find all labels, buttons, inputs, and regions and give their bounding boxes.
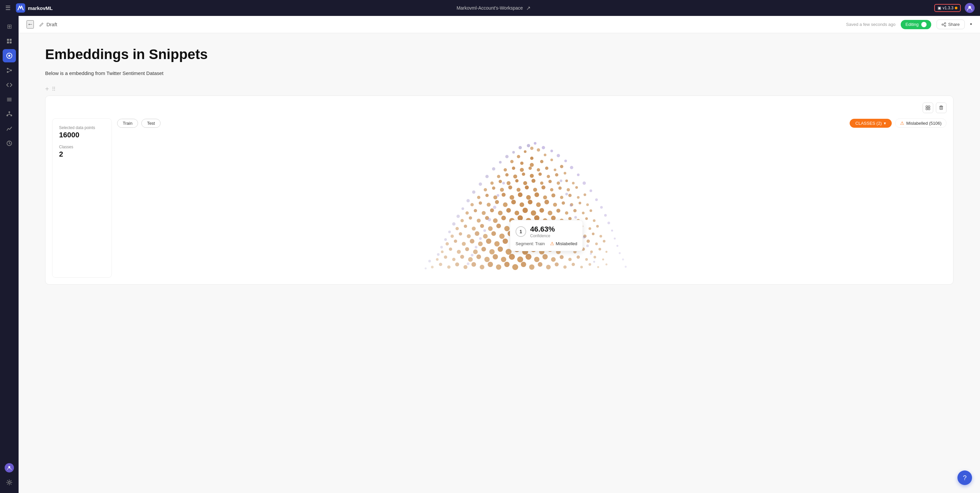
data-points-value: 16000	[59, 131, 105, 139]
editing-toggle[interactable]: Editing	[901, 20, 931, 29]
svg-point-25	[8, 466, 10, 468]
version-badge[interactable]: ▣ v1.3.3	[934, 4, 961, 12]
svg-point-127	[531, 210, 536, 216]
svg-point-67	[490, 181, 494, 185]
svg-point-306	[619, 252, 621, 254]
content-area: ← Draft Saved a few seconds ago Editing	[19, 16, 980, 493]
sidebar-item-active[interactable]	[3, 49, 16, 62]
sidebar-item-user[interactable]	[3, 461, 16, 474]
svg-point-253	[447, 266, 450, 269]
svg-point-216	[498, 247, 503, 252]
svg-point-109	[511, 200, 516, 204]
delete-button[interactable]	[936, 102, 947, 113]
visualization-area: Train Test CLASSES (2) ▾ ⚠ Mislabelled (…	[117, 118, 947, 278]
svg-point-97	[535, 192, 539, 197]
svg-line-31	[943, 25, 945, 25]
back-button[interactable]: ←	[27, 20, 34, 29]
share-icon	[942, 22, 946, 27]
svg-point-294	[600, 206, 603, 209]
svg-point-26	[8, 481, 10, 483]
svg-point-245	[560, 255, 564, 259]
svg-point-227	[590, 250, 593, 253]
test-filter-button[interactable]: Test	[141, 119, 161, 128]
svg-rect-2	[7, 39, 9, 41]
user-avatar[interactable]	[965, 3, 975, 13]
share-button[interactable]: Share	[937, 19, 965, 29]
menu-icon[interactable]: ☰	[5, 4, 11, 12]
data-point-tooltip: 1 46.63% Confidence Segment: Train	[510, 220, 583, 251]
sidebar-item-history[interactable]	[3, 137, 16, 150]
svg-rect-32	[926, 106, 928, 108]
svg-point-82	[517, 188, 520, 192]
workspace-share-icon[interactable]: ↗	[526, 5, 530, 11]
svg-point-88	[566, 188, 570, 191]
app-body: ⊞	[0, 16, 980, 493]
more-options-button[interactable]: •	[970, 21, 972, 28]
sidebar-item-flow[interactable]	[3, 64, 16, 77]
svg-point-17	[6, 115, 8, 116]
svg-point-115	[562, 201, 565, 205]
embedding-layout: Selected data points 16000 Classes 2 Tra…	[52, 118, 947, 278]
sidebar-item-code[interactable]	[3, 78, 16, 92]
support-button[interactable]: ?	[958, 471, 972, 485]
svg-point-296	[604, 214, 607, 217]
svg-point-128	[539, 208, 544, 213]
svg-point-74	[548, 180, 552, 183]
svg-point-93	[502, 193, 506, 197]
train-filter-button[interactable]: Train	[117, 119, 138, 128]
svg-point-321	[471, 254, 473, 256]
svg-point-194	[486, 239, 491, 244]
svg-point-63	[538, 173, 542, 176]
svg-point-313	[488, 218, 491, 221]
svg-point-52	[520, 168, 524, 172]
scatter-plot[interactable]: 1 46.63% Confidence Segment: Train	[117, 132, 947, 278]
svg-point-191	[462, 242, 466, 246]
svg-point-139	[493, 218, 498, 223]
svg-point-132	[573, 209, 577, 212]
svg-rect-3	[10, 39, 12, 41]
svg-point-272	[605, 263, 608, 266]
add-block-icon[interactable]: +	[45, 85, 49, 93]
svg-point-101	[568, 194, 572, 197]
toggle-circle	[921, 22, 927, 27]
svg-point-244	[551, 257, 556, 262]
svg-point-279	[505, 155, 509, 158]
block-controls: + ⠿	[45, 85, 953, 93]
svg-point-100	[560, 196, 563, 199]
svg-point-234	[468, 257, 473, 262]
svg-point-254	[455, 262, 459, 266]
svg-point-121	[482, 211, 486, 215]
sidebar-item-pipeline[interactable]	[3, 108, 16, 121]
svg-point-77	[572, 182, 574, 184]
classes-filter-button[interactable]: CLASSES (2) ▾	[850, 119, 891, 128]
sidebar-item-settings[interactable]	[3, 476, 16, 489]
draft-label-area[interactable]: Draft	[39, 22, 57, 27]
mislabelled-filter-button[interactable]: ⚠ Mislabelled (5106)	[895, 118, 947, 128]
svg-point-112	[536, 202, 541, 207]
sidebar-item-upload[interactable]	[3, 35, 16, 48]
expand-button[interactable]	[923, 102, 933, 113]
svg-point-232	[452, 258, 455, 261]
svg-point-156	[488, 226, 493, 231]
svg-point-125	[515, 211, 519, 215]
svg-point-130	[556, 209, 560, 213]
sidebar-item-analytics[interactable]	[3, 122, 16, 135]
sidebar-item-list[interactable]	[3, 93, 16, 106]
svg-point-298	[608, 222, 610, 224]
svg-point-213	[473, 250, 478, 254]
svg-point-170	[450, 235, 454, 238]
svg-point-62	[530, 174, 534, 178]
svg-point-95	[518, 192, 522, 197]
svg-point-271	[597, 266, 599, 268]
svg-point-94	[509, 195, 514, 200]
svg-point-8	[7, 68, 9, 70]
svg-point-256	[471, 262, 476, 267]
svg-point-212	[465, 247, 469, 251]
svg-point-230	[436, 258, 439, 261]
svg-point-80	[500, 188, 504, 192]
svg-point-207	[595, 243, 598, 245]
svg-point-209	[441, 250, 444, 253]
sidebar-item-grid[interactable]: ⊞	[3, 20, 16, 33]
drag-handle-icon[interactable]: ⠿	[52, 86, 56, 92]
svg-point-134	[590, 209, 592, 212]
